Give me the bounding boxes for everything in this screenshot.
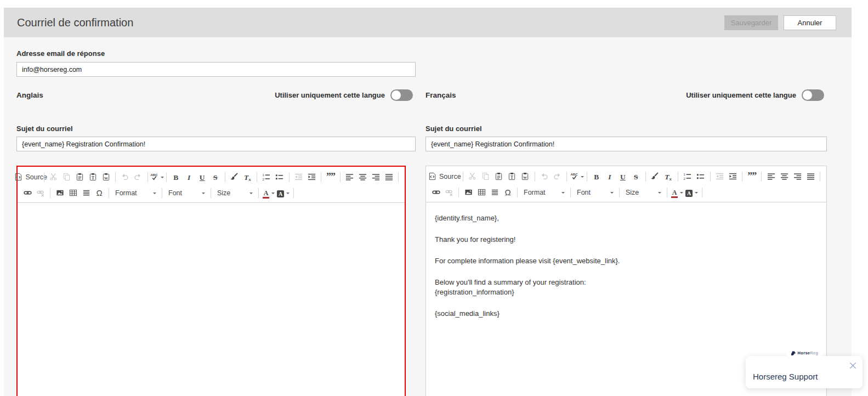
brand-text-light: Reg bbox=[810, 350, 818, 355]
text-color-icon: A bbox=[263, 188, 269, 199]
align-left-button[interactable] bbox=[343, 170, 356, 184]
only-language-toggle-english[interactable] bbox=[390, 89, 413, 101]
numbered-list-button[interactable]: 12 bbox=[260, 170, 273, 184]
image-button[interactable] bbox=[53, 186, 66, 200]
text-color-button[interactable]: A bbox=[670, 185, 684, 200]
save-button[interactable]: Sauvegarder bbox=[724, 15, 778, 30]
italic-icon: I bbox=[188, 172, 190, 182]
underline-button[interactable]: U bbox=[196, 170, 209, 184]
text-color-button[interactable]: A bbox=[262, 186, 276, 200]
format-dropdown[interactable]: Format bbox=[112, 186, 159, 200]
paste-as-text-button[interactable]: T bbox=[506, 169, 519, 184]
font-dropdown[interactable]: Font bbox=[165, 186, 208, 200]
increase-indent-button[interactable] bbox=[305, 170, 318, 184]
copy-formatting-button[interactable] bbox=[649, 169, 662, 184]
spell-check-button[interactable]: ABC bbox=[150, 170, 163, 184]
size-dropdown-label: Size bbox=[217, 189, 230, 197]
bold-button[interactable]: B bbox=[169, 170, 183, 184]
background-color-button[interactable]: A bbox=[684, 185, 699, 200]
text-color-icon: A bbox=[671, 187, 678, 198]
blockquote-button[interactable]: ”” bbox=[745, 169, 758, 184]
justify-button[interactable] bbox=[804, 169, 817, 184]
paste-text-icon: T bbox=[508, 172, 516, 180]
remove-format-button[interactable]: Tx bbox=[662, 169, 675, 184]
special-char-icon: Ω bbox=[96, 188, 102, 198]
image-button[interactable] bbox=[462, 185, 475, 200]
align-center-button[interactable] bbox=[356, 170, 369, 184]
editor-paragraph: {social_media_links} bbox=[435, 309, 818, 319]
chat-widget[interactable]: HorseReg Horsereg Support bbox=[746, 356, 863, 388]
unlink-icon bbox=[445, 188, 453, 196]
bold-button[interactable]: B bbox=[590, 169, 603, 184]
toolbar-separator bbox=[109, 188, 109, 198]
spell-check-button[interactable]: ABC bbox=[570, 169, 584, 184]
editor-content-english[interactable] bbox=[18, 203, 405, 396]
size-dropdown[interactable]: Size bbox=[622, 185, 664, 200]
cut-button bbox=[47, 170, 60, 184]
strikethrough-button[interactable]: S bbox=[629, 169, 643, 184]
svg-text:1: 1 bbox=[263, 173, 265, 177]
undo-icon bbox=[540, 172, 548, 180]
horizontal-rule-button[interactable] bbox=[488, 185, 501, 200]
paste-as-text-button[interactable]: T bbox=[86, 170, 99, 184]
reply-email-input[interactable] bbox=[16, 62, 416, 77]
toolbar-separator bbox=[225, 172, 225, 182]
justify-button[interactable] bbox=[382, 170, 395, 184]
source-icon bbox=[14, 173, 22, 181]
format-dropdown-label: Format bbox=[524, 189, 546, 196]
increase-indent-button[interactable] bbox=[726, 169, 739, 184]
redo-button bbox=[551, 169, 564, 184]
special-character-button[interactable]: Ω bbox=[501, 185, 514, 200]
size-dropdown-label: Size bbox=[626, 189, 639, 196]
paste-from-word-button[interactable]: W bbox=[519, 169, 532, 184]
align-right-button[interactable] bbox=[791, 169, 804, 184]
svg-text:1: 1 bbox=[683, 172, 685, 176]
cancel-button[interactable]: Annuler bbox=[784, 15, 836, 30]
italic-button[interactable]: I bbox=[183, 170, 196, 184]
font-dropdown[interactable]: Font bbox=[574, 185, 616, 200]
language-label-french: Français bbox=[426, 91, 456, 99]
cut-icon bbox=[49, 173, 58, 181]
copy-formatting-button[interactable] bbox=[228, 170, 241, 184]
subject-input-english[interactable] bbox=[16, 137, 416, 151]
horizontal-rule-button[interactable] bbox=[80, 186, 93, 200]
remove-format-button[interactable]: Tx bbox=[241, 170, 254, 184]
align-center-button[interactable] bbox=[778, 169, 791, 184]
underline-button[interactable]: U bbox=[616, 169, 629, 184]
toolbar-separator bbox=[667, 188, 667, 197]
table-button[interactable] bbox=[475, 185, 488, 200]
italic-button[interactable]: I bbox=[603, 169, 616, 184]
toolbar-separator bbox=[115, 172, 116, 182]
subject-input-french[interactable] bbox=[426, 137, 827, 151]
blockquote-button[interactable]: ”” bbox=[324, 170, 337, 184]
bulleted-list-button[interactable] bbox=[694, 169, 707, 184]
only-language-label-english: Utiliser uniquement cette langue bbox=[275, 91, 385, 99]
special-character-button[interactable]: Ω bbox=[93, 186, 106, 200]
only-language-toggle-french[interactable] bbox=[802, 89, 824, 101]
align-right-button[interactable] bbox=[369, 170, 382, 184]
link-button[interactable] bbox=[429, 185, 442, 200]
align-left-button[interactable] bbox=[764, 169, 778, 184]
size-dropdown[interactable]: Size bbox=[214, 186, 256, 200]
source-button[interactable]: Source bbox=[429, 169, 460, 184]
underline-icon: U bbox=[620, 172, 626, 182]
background-color-button[interactable]: A bbox=[276, 186, 291, 200]
numbered-list-button[interactable]: 12 bbox=[681, 169, 694, 184]
strikethrough-button[interactable]: S bbox=[209, 170, 222, 184]
chat-close-icon[interactable] bbox=[848, 360, 858, 370]
toolbar-separator bbox=[321, 172, 321, 182]
toolbar-separator bbox=[458, 188, 459, 197]
link-button[interactable] bbox=[21, 186, 34, 200]
source-icon bbox=[428, 172, 436, 180]
paste-button[interactable] bbox=[492, 169, 506, 184]
paste-from-word-button[interactable]: W bbox=[99, 170, 112, 184]
paste-button[interactable] bbox=[73, 170, 86, 184]
toolbar-separator bbox=[710, 172, 711, 182]
source-button[interactable]: Source bbox=[21, 170, 41, 184]
table-button[interactable] bbox=[66, 186, 80, 200]
format-dropdown[interactable]: Format bbox=[520, 185, 568, 200]
language-row-english: Anglais Utiliser uniquement cette langue bbox=[16, 89, 416, 101]
bulleted-list-button[interactable] bbox=[273, 170, 286, 184]
chevron-down-icon bbox=[680, 192, 683, 195]
horizontal-rule-icon bbox=[491, 188, 499, 196]
